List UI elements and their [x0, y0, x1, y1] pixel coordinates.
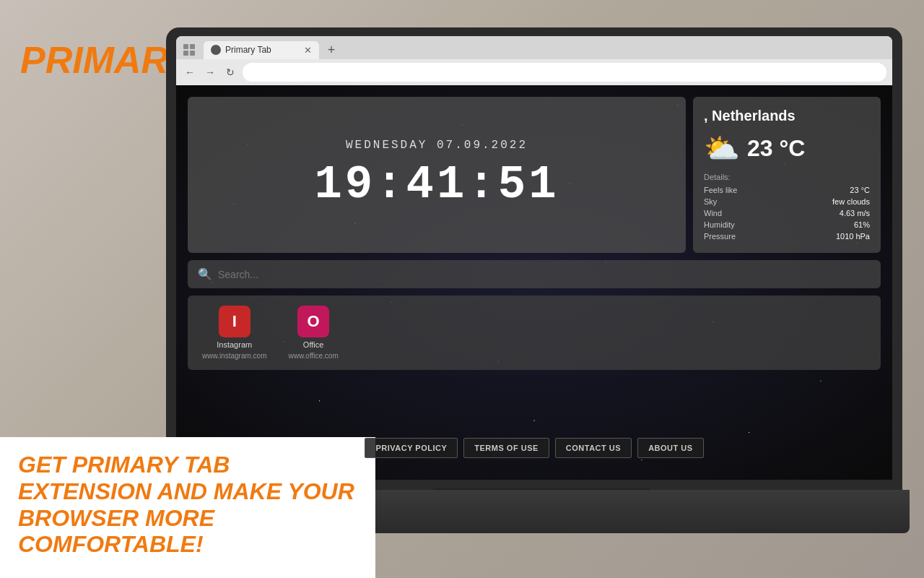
search-icon: 🔍: [198, 267, 212, 281]
weather-sky-row: Sky few clouds: [704, 196, 870, 207]
bookmark-office-url: www.office.com: [288, 352, 338, 360]
nav-bar: ← → ↻: [176, 59, 892, 85]
weather-humidity-row: Humidity 61%: [704, 219, 870, 230]
pressure-value: 1010 hPa: [836, 232, 870, 241]
clock-date: WEDNESDAY 07.09.2022: [346, 139, 528, 152]
tab-bar: Primary Tab ✕ +: [176, 36, 892, 59]
content-inner: WEDNESDAY 07.09.2022 19:41:51 , Netherla…: [176, 85, 892, 480]
contact-us-button[interactable]: CONTACT US: [555, 438, 632, 458]
search-widget[interactable]: 🔍: [188, 260, 881, 288]
bookmark-instagram[interactable]: I Instagram www.instagram.com: [202, 306, 266, 360]
clock-widget: WEDNESDAY 07.09.2022 19:41:51: [188, 97, 686, 253]
grid-icon: [182, 43, 196, 57]
weather-feels-like-row: Feels like 23 °C: [704, 184, 870, 196]
tab-label: Primary Tab: [225, 45, 271, 55]
browser-window: Primary Tab ✕ + ← → ↻: [176, 36, 892, 480]
bookmark-office[interactable]: O Office www.office.com: [288, 306, 338, 360]
new-tab-button[interactable]: +: [322, 40, 341, 59]
humidity-value: 61%: [854, 220, 870, 229]
weather-wind-row: Wind 4.63 m/s: [704, 207, 870, 219]
svg-rect-2: [183, 51, 188, 56]
feels-like-value: 23 °C: [850, 186, 870, 194]
browser-content: WEDNESDAY 07.09.2022 19:41:51 , Netherla…: [176, 85, 892, 480]
browser-chrome: Primary Tab ✕ + ← → ↻: [176, 36, 892, 85]
weather-details-title: Details:: [704, 173, 870, 181]
terms-of-use-button[interactable]: TERMS OF USE: [463, 438, 549, 458]
svg-rect-0: [183, 44, 188, 49]
sky-value: few clouds: [832, 197, 870, 206]
weather-temp: 23 °C: [747, 135, 805, 162]
svg-rect-3: [190, 51, 195, 56]
tab-favicon: [211, 45, 221, 55]
bookmark-office-icon: O: [297, 306, 329, 337]
bookmarks-widget: I Instagram www.instagram.com O Office w…: [188, 296, 881, 370]
search-input[interactable]: [218, 269, 871, 280]
sky-label: Sky: [704, 197, 717, 206]
weather-details: Details: Feels like 23 °C Sky few clouds: [704, 173, 870, 242]
clock-time: 19:41:51: [314, 159, 559, 211]
humidity-label: Humidity: [704, 220, 735, 229]
bookmark-office-name: Office: [303, 340, 324, 349]
weather-icon: ⛅: [704, 131, 740, 165]
privacy-policy-button[interactable]: PRIVACY POLICY: [365, 438, 458, 458]
about-us-button[interactable]: ABOUT US: [637, 438, 703, 458]
reload-button[interactable]: ↻: [222, 64, 238, 80]
bookmark-instagram-icon: I: [219, 306, 250, 337]
forward-button[interactable]: →: [202, 64, 218, 80]
wind-label: Wind: [704, 209, 722, 217]
weather-main: ⛅ 23 °C: [704, 131, 870, 165]
address-bar[interactable]: [243, 63, 886, 82]
bookmark-instagram-url: www.instagram.com: [202, 352, 266, 360]
back-button[interactable]: ←: [182, 64, 198, 80]
active-tab[interactable]: Primary Tab ✕: [204, 41, 319, 59]
top-widgets: WEDNESDAY 07.09.2022 19:41:51 , Netherla…: [188, 97, 881, 253]
laptop-bezel: Primary Tab ✕ + ← → ↻: [166, 27, 902, 490]
pressure-label: Pressure: [704, 232, 736, 241]
wind-value: 4.63 m/s: [840, 209, 870, 217]
svg-rect-1: [190, 44, 195, 49]
footer-bar: PRIVACY POLICY TERMS OF USE CONTACT US A…: [176, 438, 892, 458]
feels-like-label: Feels like: [704, 186, 737, 194]
weather-location: , Netherlands: [704, 108, 870, 124]
tab-close-button[interactable]: ✕: [304, 45, 312, 56]
bookmark-instagram-name: Instagram: [217, 340, 252, 349]
weather-widget: , Netherlands ⛅ 23 °C Details: Feels lik…: [693, 97, 881, 253]
weather-pressure-row: Pressure 1010 hPa: [704, 230, 870, 242]
